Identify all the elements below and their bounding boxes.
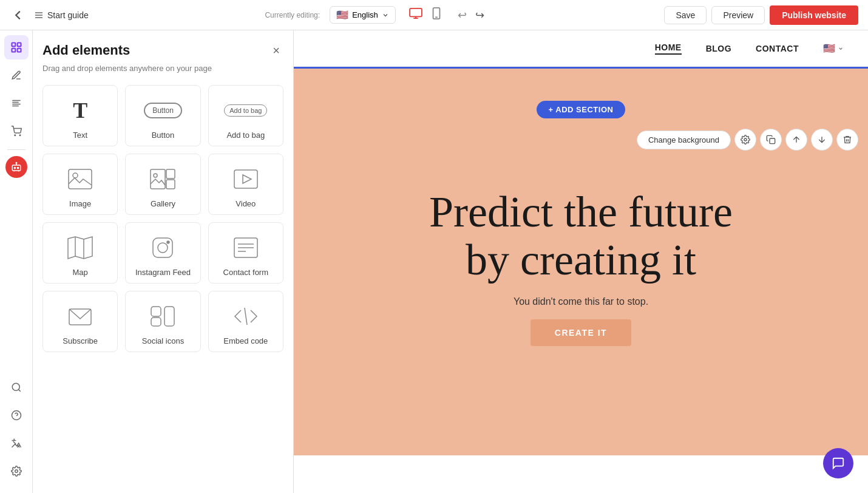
embed-code-element-label: Embed code bbox=[223, 336, 268, 345]
publish-button[interactable]: Publish website bbox=[770, 5, 858, 25]
site-navigation: HOME BLOG CONTACT 🇺🇸 bbox=[294, 30, 868, 67]
section-move-down-button[interactable] bbox=[811, 129, 833, 151]
text-element-label: Text bbox=[73, 131, 87, 140]
svg-rect-8 bbox=[12, 43, 15, 47]
svg-point-20 bbox=[17, 167, 18, 168]
svg-rect-39 bbox=[153, 238, 172, 257]
gallery-icon bbox=[149, 167, 176, 191]
elements-panel: Add elements × Drag and drop elements an… bbox=[33, 30, 294, 493]
element-add-to-bag[interactable]: Add to bag Add to bag bbox=[208, 85, 283, 146]
start-guide-button[interactable]: Start guide bbox=[34, 10, 89, 20]
sidebar-settings-button[interactable] bbox=[4, 459, 29, 483]
canvas-area: HOME BLOG CONTACT 🇺🇸 + ADD SECTION Chang… bbox=[294, 30, 868, 493]
chat-bubble-button[interactable] bbox=[823, 448, 853, 478]
sidebar-translate-button[interactable] bbox=[4, 431, 29, 455]
nav-language-selector[interactable]: 🇺🇸 bbox=[823, 42, 844, 54]
hero-title-line2: by creating it bbox=[466, 236, 696, 284]
language-selector[interactable]: 🇺🇸 English bbox=[330, 6, 396, 24]
video-element-icon bbox=[228, 164, 264, 194]
section-move-up-button[interactable] bbox=[785, 129, 807, 151]
sidebar-help-button[interactable] bbox=[4, 403, 29, 427]
hero-cta-button[interactable]: CREATE IT bbox=[531, 319, 631, 346]
map-icon bbox=[67, 236, 93, 260]
svg-rect-34 bbox=[234, 170, 257, 188]
element-text[interactable]: T Text bbox=[42, 85, 118, 146]
translate-icon bbox=[11, 438, 22, 449]
sidebar-shop-button[interactable] bbox=[4, 119, 29, 143]
desktop-view-button[interactable] bbox=[405, 5, 426, 24]
sidebar-add-elements-button[interactable] bbox=[4, 35, 29, 59]
svg-point-21 bbox=[16, 163, 17, 164]
section-copy-button[interactable] bbox=[760, 129, 782, 151]
subscribe-element-icon bbox=[62, 301, 98, 332]
element-subscribe[interactable]: Subscribe bbox=[42, 291, 118, 352]
svg-point-41 bbox=[167, 241, 169, 243]
panel-close-button[interactable]: × bbox=[269, 42, 283, 59]
contact-form-element-icon bbox=[228, 233, 264, 263]
add-to-bag-element-icon: Add to bag bbox=[228, 95, 264, 126]
undo-button[interactable]: ↩ bbox=[454, 6, 470, 24]
svg-rect-10 bbox=[12, 49, 15, 52]
element-map[interactable]: Map bbox=[42, 222, 118, 284]
element-instagram-feed[interactable]: Instagram Feed bbox=[125, 222, 200, 284]
nav-item-contact[interactable]: CONTACT bbox=[756, 44, 799, 53]
change-background-button[interactable]: Change background bbox=[637, 131, 731, 149]
settings-icon bbox=[11, 466, 22, 477]
mobile-view-button[interactable] bbox=[429, 5, 444, 25]
nav-item-blog[interactable]: BLOG bbox=[706, 44, 731, 53]
svg-rect-31 bbox=[166, 169, 175, 178]
preview-button[interactable]: Preview bbox=[711, 6, 765, 24]
sidebar-design-button[interactable] bbox=[4, 63, 29, 87]
svg-point-51 bbox=[744, 138, 747, 141]
button-element-icon: Button bbox=[144, 95, 181, 126]
svg-marker-36 bbox=[68, 237, 92, 259]
svg-rect-47 bbox=[151, 307, 161, 316]
nav-flag-icon: 🇺🇸 bbox=[823, 42, 835, 54]
element-image[interactable]: Image bbox=[42, 154, 118, 215]
hero-subtitle: You didn't come this far to stop. bbox=[514, 296, 648, 307]
map-element-icon bbox=[62, 233, 98, 263]
element-button[interactable]: Button Button bbox=[125, 85, 200, 146]
contact-form-icon bbox=[232, 236, 259, 260]
back-button[interactable] bbox=[10, 7, 27, 24]
language-label: English bbox=[352, 10, 378, 19]
svg-rect-28 bbox=[69, 169, 92, 189]
social-icons-element-label: Social icons bbox=[142, 336, 184, 345]
topbar-left: Start guide bbox=[10, 7, 89, 24]
image-element-label: Image bbox=[69, 199, 91, 208]
panel-subtitle: Drag and drop elements anywhere on your … bbox=[42, 64, 283, 73]
svg-rect-3 bbox=[410, 8, 422, 17]
svg-line-50 bbox=[245, 308, 247, 325]
element-contact-form[interactable]: Contact form bbox=[208, 222, 283, 284]
map-element-label: Map bbox=[73, 268, 88, 277]
elements-grid: T Text Button Button Add to bag Add to b… bbox=[42, 85, 283, 352]
element-video[interactable]: Video bbox=[208, 154, 283, 215]
sidebar-ai-button[interactable] bbox=[5, 156, 27, 178]
hero-section: Predict the future by creating it You di… bbox=[294, 67, 868, 455]
sidebar-text-button[interactable] bbox=[4, 91, 29, 115]
settings-gear-icon bbox=[741, 135, 750, 144]
device-switcher bbox=[405, 5, 444, 25]
svg-rect-11 bbox=[17, 49, 21, 52]
gallery-element-label: Gallery bbox=[151, 199, 175, 208]
section-delete-button[interactable] bbox=[836, 129, 858, 151]
svg-rect-18 bbox=[12, 165, 21, 171]
subscribe-element-label: Subscribe bbox=[63, 336, 98, 345]
svg-rect-9 bbox=[17, 43, 21, 47]
add-section-button[interactable]: + ADD SECTION bbox=[537, 101, 626, 118]
button-element-label: Button bbox=[152, 131, 175, 140]
nav-item-home[interactable]: HOME bbox=[655, 42, 682, 55]
element-embed-code[interactable]: Embed code bbox=[208, 291, 283, 352]
sidebar-bottom bbox=[4, 375, 29, 488]
svg-point-29 bbox=[73, 173, 78, 178]
svg-point-19 bbox=[14, 167, 15, 168]
video-element-label: Video bbox=[236, 199, 256, 208]
instagram-element-icon bbox=[144, 233, 181, 263]
save-button[interactable]: Save bbox=[664, 6, 707, 24]
sidebar-search-button[interactable] bbox=[4, 375, 29, 399]
element-gallery[interactable]: Gallery bbox=[125, 154, 200, 215]
element-social-icons[interactable]: Social icons bbox=[125, 291, 200, 352]
redo-button[interactable]: ↪ bbox=[472, 6, 488, 24]
svg-point-16 bbox=[15, 135, 16, 136]
section-settings-button[interactable] bbox=[734, 129, 756, 151]
